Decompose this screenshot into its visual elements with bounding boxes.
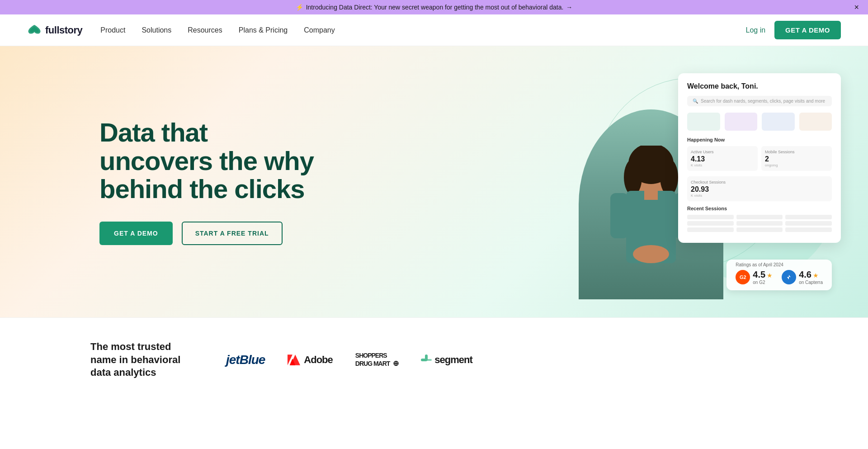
metric-card-active-users: Active Users 4.13 K visits (687, 146, 758, 171)
shoppers-logo-text: SHOPPERSDRUG MART (355, 352, 390, 367)
session-cell (687, 227, 734, 232)
session-cell (785, 215, 832, 219)
capterra-rating: 4.6 ★ on Capterra (782, 269, 823, 285)
stat-block-2 (725, 113, 758, 131)
g2-star: ★ (767, 272, 773, 279)
stat-block-3 (762, 113, 795, 131)
segment-icon-svg (421, 354, 432, 365)
g2-icon: G2 (736, 270, 750, 284)
jetblue-logo-text: jetBlue (226, 353, 265, 367)
metric-label-2: Mobile Sessions (765, 150, 828, 154)
nav-links: Product Solutions Resources Plans & Pric… (100, 26, 745, 34)
svg-point-7 (633, 245, 669, 263)
adobe-icon-svg (288, 354, 300, 366)
ratings-bar: Ratings as of April 2024 G2 4.5 ★ on G2 (726, 260, 832, 290)
hero-title: Data that uncovers the why behind the cl… (99, 118, 326, 203)
adobe-logo: Adobe (288, 354, 332, 366)
hero-visual: Welcome back, Toni. 🔍 Search for dash na… (561, 64, 841, 299)
session-cell (785, 221, 832, 226)
g2-score-block: 4.5 ★ on G2 (753, 269, 773, 285)
svg-rect-8 (644, 191, 658, 200)
metric-value-1: 4.13 (691, 155, 754, 163)
capterra-score-block: 4.6 ★ on Capterra (799, 269, 823, 285)
main-nav: fullstory Product Solutions Resources Pl… (0, 14, 868, 46)
session-cell (687, 215, 734, 219)
happening-now-label: Happening Now (687, 137, 832, 142)
session-row-2 (687, 221, 832, 226)
metric-sub-1: K visits (691, 163, 754, 167)
svg-rect-5 (610, 193, 628, 238)
metric-value-3: 20.93 (691, 185, 828, 194)
nav-plans-pricing[interactable]: Plans & Pricing (239, 26, 288, 34)
nav-product[interactable]: Product (100, 26, 125, 34)
session-cell (736, 227, 783, 232)
recent-sessions (687, 215, 832, 232)
dashboard-stats-row (687, 113, 832, 131)
metric-card-mobile: Mobile Sessions 2 ongoing (761, 146, 832, 171)
session-cell (736, 215, 783, 219)
session-row-3 (687, 227, 832, 232)
trusted-section: The most trusted name in behavioral data… (0, 317, 868, 402)
metric-sub-2: ongoing (765, 163, 828, 167)
session-row-1 (687, 215, 832, 219)
happening-now-grid: Active Users 4.13 K visits Mobile Sessio… (687, 146, 832, 171)
dashboard-search-bar: 🔍 Search for dash nards, segments, click… (687, 96, 832, 106)
hero-buttons: GET A DEMO START A FREE TRIAL (99, 222, 326, 245)
hero-free-trial-button[interactable]: START A FREE TRIAL (182, 222, 283, 245)
jetblue-logo: jetBlue (226, 353, 265, 367)
search-icon: 🔍 (693, 99, 698, 104)
announcement-banner: ⚡ Introducing Data Direct: Your new secr… (0, 0, 868, 14)
dashboard-card: Welcome back, Toni. 🔍 Search for dash na… (678, 73, 841, 243)
capterra-platform: on Capterra (799, 280, 823, 285)
capterra-svg-icon (785, 273, 793, 281)
nav-company[interactable]: Company (304, 26, 335, 34)
metric-card-checkout: Checkout Sessions 20.93 K visits (687, 176, 832, 201)
stat-block-1 (687, 113, 720, 131)
session-cell (687, 221, 734, 226)
trusted-logos: jetBlue Adobe SHOPPERSDRUG MART ⊕ segmen… (226, 352, 841, 368)
ratings-label: Ratings as of April 2024 (736, 262, 783, 267)
hero-section: Data that uncovers the why behind the cl… (0, 46, 868, 317)
session-cell (785, 227, 832, 232)
capterra-star: ★ (813, 272, 819, 279)
recent-sessions-label: Recent Sessions (687, 206, 832, 211)
nav-resources[interactable]: Resources (188, 26, 222, 34)
logo[interactable]: fullstory (27, 24, 82, 37)
shoppers-logo-icon: ⊕ (393, 359, 398, 367)
dashboard-welcome-text: Welcome back, Toni. (687, 82, 832, 90)
trusted-text: The most trusted name in behavioral data… (90, 340, 199, 379)
nav-get-demo-button[interactable]: GET A DEMO (774, 21, 841, 39)
svg-point-3 (660, 159, 678, 195)
metric-label-1: Active Users (691, 150, 754, 154)
logo-icon (27, 24, 42, 37)
segment-logo-text: segment (434, 354, 472, 366)
adobe-logo-text: Adobe (304, 354, 332, 366)
login-link[interactable]: Log in (746, 26, 766, 34)
metric-value-2: 2 (765, 155, 828, 163)
announcement-emoji: ⚡ (296, 4, 303, 11)
nav-solutions[interactable]: Solutions (142, 26, 171, 34)
session-cell (736, 221, 783, 226)
logo-text: fullstory (45, 24, 82, 36)
capterra-icon (782, 270, 796, 284)
hero-get-demo-button[interactable]: GET A DEMO (99, 222, 173, 245)
metric-label-3: Checkout Sessions (691, 180, 828, 184)
metric-sub-3: K visits (691, 194, 828, 198)
svg-rect-12 (425, 359, 432, 361)
announcement-close-button[interactable]: × (854, 3, 859, 12)
announcement-text: Introducing Data Direct: Your new secret… (306, 4, 564, 11)
shoppers-logo: SHOPPERSDRUG MART ⊕ (355, 352, 398, 368)
stat-block-4 (799, 113, 832, 131)
g2-rating: G2 4.5 ★ on G2 (736, 269, 773, 285)
search-placeholder-text: Search for dash nards, segments, clicks,… (701, 99, 825, 104)
g2-platform: on G2 (753, 280, 773, 285)
g2-score: 4.5 (753, 269, 765, 279)
svg-point-2 (624, 159, 642, 195)
announcement-link[interactable]: → (566, 4, 572, 11)
hero-content: Data that uncovers the why behind the cl… (99, 118, 326, 245)
segment-logo: segment (421, 354, 472, 366)
nav-actions: Log in GET A DEMO (746, 21, 841, 39)
capterra-score: 4.6 (799, 269, 811, 279)
